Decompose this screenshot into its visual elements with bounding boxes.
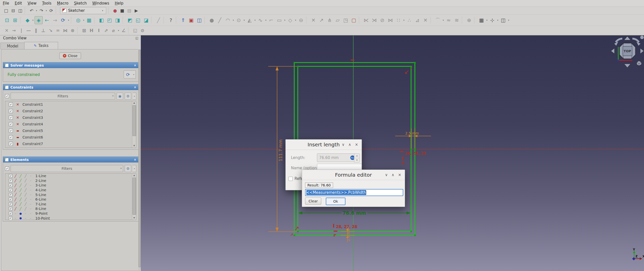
save-document-button[interactable]: ◫ — [17, 8, 23, 14]
corner-constraint-arrow-top-right[interactable]: ↙ — [404, 68, 409, 75]
constraint-label-group-bottom[interactable]: 28, 27, 28 — [333, 224, 357, 237]
clone-button[interactable]: ∷ — [395, 16, 402, 24]
constrain-parallel-button[interactable]: ∥ — [33, 27, 39, 34]
constraint-item[interactable]: ✓▮Constraint7 — [5, 141, 136, 147]
nav-reset-button[interactable] — [640, 36, 644, 39]
toggle-driving-constraint-button[interactable]: ◱ — [132, 27, 139, 34]
constraint-item[interactable]: ✓▬Constraint6 — [5, 134, 136, 141]
nav-back-button[interactable]: ← — [43, 16, 51, 24]
constraint-ids-bottom[interactable]: 28, 27, 28 — [336, 225, 357, 229]
create-arc-dropdown[interactable]: ▾ — [232, 19, 235, 21]
constraints-scrollbar[interactable]: ▲ ▼ — [132, 101, 136, 148]
view-left-button[interactable]: ◪ — [142, 16, 150, 24]
orbit-view-button[interactable]: ⟳ — [59, 16, 67, 24]
horizontal-constraint-icon[interactable] — [400, 151, 404, 152]
increase-bspline-degree-button[interactable]: ≈ — [445, 16, 452, 24]
navigation-cube[interactable]: TOP — [611, 36, 644, 68]
collapse-icon[interactable]: « — [133, 86, 137, 88]
menu-edit[interactable]: Edit — [12, 0, 25, 7]
view-rear-button[interactable]: ◩ — [126, 16, 134, 24]
constrain-equal-button[interactable]: = — [55, 27, 61, 34]
scrollbar-thumb[interactable] — [132, 178, 136, 215]
bottom-offset-value[interactable]: 2.5 mm — [346, 228, 351, 241]
undo-dropdown[interactable]: ▾ — [35, 9, 38, 12]
close-icon[interactable]: × — [398, 173, 401, 177]
create-polyline-button[interactable]: ⌐ — [267, 16, 275, 24]
create-arc-button[interactable]: ◠ — [224, 16, 232, 24]
tab-model[interactable]: Model — [1, 43, 25, 49]
symmetry-button[interactable]: ⋈ — [387, 16, 394, 24]
menu-tools[interactable]: Tools — [39, 0, 54, 7]
corner-constraint-arrow-top-right-small[interactable]: ↙ — [410, 66, 413, 70]
constrain-diameter-dropdown[interactable]: ▾ — [117, 29, 120, 32]
show-hide-constraints-button[interactable]: ◉ — [117, 93, 123, 100]
fit-all-button[interactable]: ⊡ — [3, 16, 11, 24]
constraints-settings-dropdown[interactable]: ▾ — [133, 93, 136, 100]
zoom-tools-button[interactable]: ◎ — [74, 16, 82, 24]
element-checkbox[interactable]: ✓ — [9, 198, 12, 201]
constrain-diameter-button[interactable]: ⌀ — [110, 27, 117, 34]
undo-button[interactable]: ↶ — [28, 8, 35, 14]
measure-button[interactable]: ╱ — [155, 16, 162, 24]
horizontal-constraint-icon[interactable] — [334, 231, 337, 232]
constrain-lock-button[interactable]: ⊠ — [81, 27, 88, 34]
select-constraints-button[interactable]: ⋊ — [370, 16, 378, 24]
view-top-button[interactable]: ◰ — [106, 16, 113, 24]
element-checkbox[interactable]: ✓ — [9, 193, 12, 197]
scrollbar-thumb[interactable] — [132, 105, 136, 136]
constraint-checkbox[interactable]: ✓ — [9, 109, 13, 113]
redo-dropdown[interactable]: ▾ — [45, 9, 48, 12]
element-item[interactable]: ✓╱╱╱–7-Line — [5, 202, 136, 207]
constrain-perpendicular-button[interactable]: ⊥ — [40, 27, 47, 34]
element-item[interactable]: ✓–●––10-Point — [5, 216, 136, 220]
insert-length-titlebar[interactable]: Insert length ∨ ∧ × — [286, 140, 362, 150]
close-icon[interactable]: × — [355, 142, 358, 147]
macro-play-button[interactable]: ▶ — [133, 8, 140, 14]
constraint-checkbox[interactable]: ✓ — [9, 142, 13, 146]
zoom-tools-dropdown[interactable]: ▾ — [82, 19, 85, 21]
macro-stop-button[interactable]: ■ — [119, 8, 125, 14]
redo-button[interactable]: ↷ — [38, 8, 45, 14]
view-sketch-button[interactable]: ▣ — [187, 16, 195, 24]
tilt-left-arrow[interactable] — [611, 48, 614, 54]
reference-checkbox[interactable] — [288, 177, 293, 181]
element-checkbox[interactable]: ✓ — [9, 174, 12, 178]
constrain-angle-button[interactable]: ∠ — [120, 27, 127, 34]
element-item[interactable]: ✓╱╱╱–4-Line — [5, 188, 136, 193]
menu-view[interactable]: View — [25, 0, 39, 7]
length-spinner[interactable]: ▲▼ — [354, 153, 360, 162]
isometric-view-button[interactable]: ◆ — [24, 16, 31, 24]
solver-messages-header[interactable]: Solver messages « — [3, 62, 138, 68]
toggle-snap-dropdown[interactable]: ▾ — [496, 19, 499, 21]
toggle-construction-button[interactable]: ▢ — [350, 16, 358, 24]
unshade-icon[interactable]: ∧ — [391, 173, 394, 177]
shade-icon[interactable]: ∨ — [385, 173, 388, 177]
menu-windows[interactable]: Windows — [90, 0, 112, 7]
constraint-item[interactable]: ✓✕Constraint1 — [5, 101, 136, 108]
constrain-block-button[interactable]: ⊗ — [69, 27, 76, 34]
fit-selection-button[interactable]: ⊞ — [11, 16, 19, 24]
element-item[interactable]: ✓╱╱╱–2-Line — [5, 178, 136, 183]
whats-this-button[interactable]: ? — [167, 16, 175, 24]
constraint-label-group-right[interactable]: 24, 23, 23 — [400, 151, 426, 165]
macro-record-button[interactable]: ● — [112, 8, 118, 14]
constraint-item[interactable]: ✓✕Constraint2 — [5, 108, 136, 114]
scroll-up-icon[interactable]: ▲ — [132, 174, 136, 177]
create-bspline-dropdown[interactable]: ▾ — [264, 19, 267, 21]
macro-edit-button[interactable]: ▤ — [126, 8, 132, 14]
constrain-point-on-object-button[interactable]: ⊸ — [11, 27, 17, 34]
create-line-button[interactable]: ╱ — [216, 16, 224, 24]
menu-file[interactable]: File — [0, 0, 12, 7]
new-document-button[interactable]: □ — [3, 8, 9, 14]
axonometric-view-button[interactable]: ▦ — [85, 16, 93, 24]
elements-scrollbar[interactable]: ▲ ▼ — [132, 174, 136, 220]
elements-header[interactable]: Elements « — [3, 157, 138, 162]
collapse-icon[interactable]: « — [133, 158, 137, 161]
constrain-vertical-button[interactable]: | — [18, 27, 25, 34]
auto-update-button[interactable]: ⟳ — [124, 70, 132, 78]
view-front-button[interactable]: ◧ — [98, 16, 105, 24]
constraints-settings-button[interactable]: ⚙ — [125, 93, 131, 100]
isometric-view-dropdown[interactable]: ▾ — [32, 19, 34, 21]
constraint-checkbox[interactable]: ✓ — [9, 102, 13, 106]
menu-sketch[interactable]: Sketch — [71, 0, 90, 7]
